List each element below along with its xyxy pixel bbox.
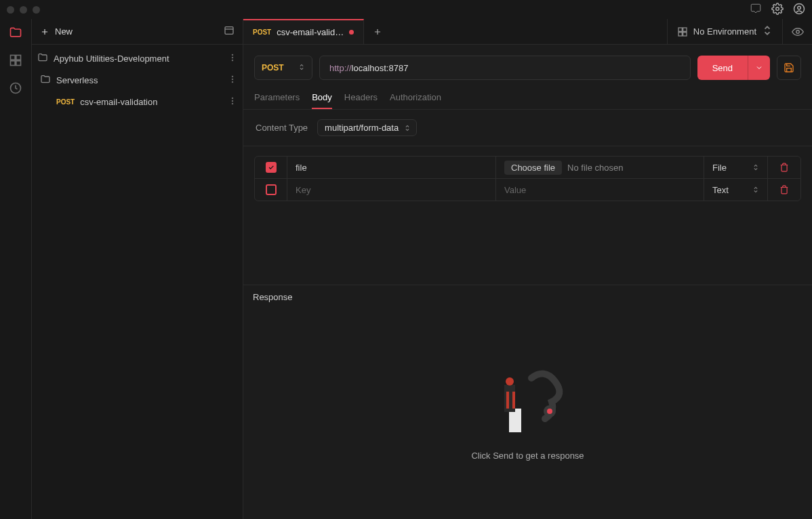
svg-point-15	[232, 98, 233, 99]
svg-point-0	[776, 7, 779, 10]
content-type-value: multipart/form-data	[325, 123, 399, 133]
save-button[interactable]	[777, 56, 801, 80]
empty-illustration	[481, 368, 575, 436]
svg-rect-18	[678, 28, 682, 31]
add-tab-button[interactable]	[364, 19, 391, 44]
sidebar-item-csv-email-validation[interactable]: POST csv-email-validation	[32, 91, 243, 112]
send-dropdown[interactable]	[748, 56, 770, 80]
method-select-value: POST	[262, 63, 284, 72]
zoom-dot[interactable]	[33, 6, 40, 14]
svg-point-22	[796, 30, 799, 33]
chat-icon[interactable]	[750, 3, 762, 17]
svg-rect-6	[16, 61, 21, 66]
svg-point-27	[506, 377, 514, 386]
minimize-dot[interactable]	[20, 6, 27, 14]
environment-select[interactable]: No Environment	[667, 19, 782, 44]
row-key-value: file	[296, 163, 307, 173]
request-tab[interactable]: POST csv-email-valid…	[243, 19, 364, 44]
svg-point-16	[232, 100, 233, 102]
nav-collections-icon[interactable]	[9, 26, 22, 41]
section-tab-label: Authorization	[390, 92, 441, 102]
panel-icon[interactable]	[224, 25, 235, 38]
more-icon[interactable]	[228, 96, 237, 108]
method-badge: POST	[56, 98, 75, 106]
folder-icon	[40, 74, 51, 87]
response-empty-state: Click Send to get a response	[243, 309, 812, 519]
url-scheme: http://	[329, 63, 352, 73]
tab-headers[interactable]: Headers	[344, 87, 378, 109]
response-header: Response	[243, 285, 812, 309]
svg-rect-29	[512, 392, 515, 409]
chevron-updown-icon	[762, 25, 773, 38]
row-enable-checkbox[interactable]	[255, 179, 287, 201]
section-tab-label: Parameters	[254, 92, 300, 102]
row-key-input[interactable]: file	[287, 157, 496, 178]
sidebar-item-serverless[interactable]: Serverless	[32, 69, 243, 91]
svg-rect-21	[683, 32, 686, 35]
dirty-indicator	[349, 30, 354, 35]
header-icons	[750, 0, 805, 19]
tab-body[interactable]: Body	[312, 87, 332, 109]
svg-rect-3	[11, 56, 16, 60]
more-icon[interactable]	[228, 53, 237, 64]
svg-rect-19	[683, 28, 686, 31]
gear-icon[interactable]	[771, 3, 784, 17]
row-type-value: Text	[712, 185, 729, 195]
url-host: localhost:8787	[352, 63, 409, 73]
sidebar-item-apyhub[interactable]: Apyhub Utilities-Development	[32, 47, 243, 69]
tab-authorization[interactable]: Authorization	[390, 87, 441, 109]
new-button-label: New	[55, 26, 73, 37]
section-tab-label: Body	[312, 92, 332, 102]
traffic-lights	[7, 6, 40, 14]
main-pane: POST csv-email-valid… No Environment POS…	[243, 19, 812, 519]
send-button[interactable]: Send	[697, 56, 748, 80]
row-value-placeholder: Value	[504, 185, 526, 195]
row-enable-checkbox[interactable]	[255, 157, 287, 178]
content-type-select[interactable]: multipart/form-data	[317, 119, 417, 136]
svg-point-2	[798, 6, 801, 9]
method-select[interactable]: POST	[254, 56, 312, 80]
svg-point-14	[232, 81, 233, 83]
sidebar-item-label: csv-email-validation	[80, 97, 222, 107]
row-type-value: File	[712, 163, 727, 173]
window-bar	[0, 0, 812, 19]
svg-point-17	[232, 103, 233, 104]
row-type-select[interactable]: Text	[704, 179, 768, 201]
sidebar: New Apyhub Utilities-Development Serverl…	[32, 19, 243, 519]
nav-rail	[0, 19, 32, 519]
nav-history-icon[interactable]	[9, 81, 22, 97]
checkbox-icon	[266, 184, 277, 195]
row-key-placeholder: Key	[296, 185, 310, 195]
choose-file-button[interactable]: Choose file	[504, 161, 562, 175]
content-type-row: Content Type multipart/form-data	[243, 110, 812, 146]
tab-method: POST	[253, 28, 271, 36]
preview-button[interactable]	[782, 19, 812, 44]
close-dot[interactable]	[7, 6, 14, 14]
row-value-input[interactable]: Choose file No file chosen	[496, 157, 704, 178]
new-button[interactable]: New	[40, 26, 73, 37]
send-button-group: Send	[697, 56, 770, 80]
url-row: POST http://localhost:8787 Send	[243, 45, 812, 87]
row-value-input[interactable]: Value	[496, 179, 704, 201]
row-delete-button[interactable]	[768, 179, 800, 201]
checkbox-icon	[266, 162, 277, 173]
content-type-label: Content Type	[256, 123, 308, 133]
row-delete-button[interactable]	[768, 157, 800, 178]
svg-rect-20	[678, 32, 682, 35]
collections-tree: Apyhub Utilities-Development Serverless …	[32, 45, 243, 115]
form-data-table: file Choose file No file chosen File Key	[243, 146, 812, 210]
nav-env-icon[interactable]	[9, 54, 22, 69]
more-icon[interactable]	[228, 75, 237, 86]
tab-parameters[interactable]: Parameters	[254, 87, 300, 109]
section-tabs: Parameters Body Headers Authorization	[243, 87, 812, 110]
response-empty-message: Click Send to get a response	[471, 451, 584, 461]
url-input[interactable]: http://localhost:8787	[319, 56, 691, 80]
row-type-select[interactable]: File	[704, 157, 768, 178]
row-key-input[interactable]: Key	[287, 179, 496, 201]
user-icon[interactable]	[793, 3, 805, 17]
svg-point-11	[232, 60, 233, 61]
environment-label: No Environment	[693, 26, 756, 37]
svg-rect-5	[11, 61, 16, 66]
svg-rect-28	[506, 392, 509, 409]
send-button-label: Send	[712, 63, 733, 73]
